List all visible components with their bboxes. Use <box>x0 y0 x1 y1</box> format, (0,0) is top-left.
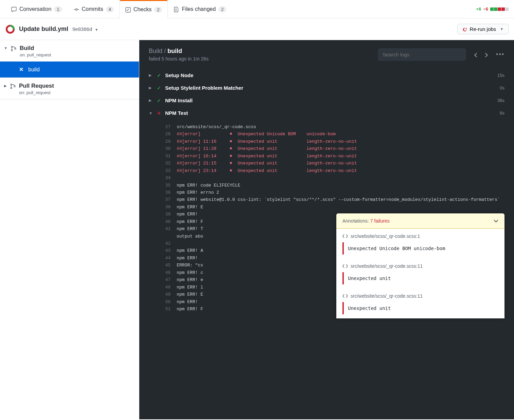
line-number: 48 <box>158 284 171 291</box>
log-line: 28##[error] ✖ Unexpected Unicode BOM uni… <box>139 130 514 138</box>
check-icon: ✓ <box>155 85 163 91</box>
step-row[interactable]: ▶✓Setup Node15s <box>139 69 514 82</box>
tab-count: 2 <box>218 6 226 12</box>
triangle-icon: ▶ <box>149 86 155 90</box>
tab-files-changed[interactable]: Files changed 2 <box>168 0 232 18</box>
triangle-right-icon: ▶ <box>4 84 7 88</box>
workflow-header-pull-request[interactable]: ▶ Pull Request on: pull_request <box>0 78 139 99</box>
diff-deletions: −6 <box>483 6 488 12</box>
annotations-label: Annotations: <box>342 218 369 224</box>
log-line: 31##[error] 16:14 ✖ Unexpected unit leng… <box>139 153 514 160</box>
workflow-name: Pull Request <box>19 83 54 89</box>
line-number: 50 <box>158 298 171 305</box>
breadcrumb-parent: Build <box>149 48 162 54</box>
prev-button[interactable] <box>474 52 478 57</box>
line-number: 37 <box>158 196 171 203</box>
step-duration: 6s <box>500 110 504 116</box>
log-line: 37npm ERR! website@1.0.0 css-lint: `styl… <box>139 196 514 203</box>
workflow-trigger: on: pull_request <box>19 90 54 95</box>
step-row[interactable]: ▼✕NPM Test6s <box>139 107 514 119</box>
line-number: 36 <box>158 189 171 196</box>
line-number: 29 <box>158 138 171 145</box>
checklist-icon <box>125 6 131 13</box>
pr-tabs: Conversation 1 Commits 4 Checks 2 Files … <box>0 0 514 18</box>
commit-icon <box>74 6 79 12</box>
line-number: 28 <box>158 130 171 138</box>
check-header: Update build.yml 9e8386d ▼ Re-run jobs ▼ <box>0 18 514 40</box>
line-number: 42 <box>158 240 171 247</box>
step-duration: 36s <box>497 98 504 103</box>
svg-point-8 <box>11 46 13 48</box>
line-number: 49 <box>158 291 171 298</box>
annotation-item[interactable]: src/website/scss/_qr-code.scss:11Unexpec… <box>336 259 504 288</box>
job-status-text: failed 5 hours ago in 1m 26s <box>149 56 209 62</box>
line-number: 44 <box>158 255 171 262</box>
line-number: 30 <box>158 145 171 152</box>
search-logs-input[interactable] <box>378 48 466 61</box>
workflow-sidebar: ▼ Build on: pull_request ✕ build ▶ Pull … <box>0 40 139 419</box>
breadcrumb-current: build <box>167 48 182 54</box>
log-line: 30##[error] 11:28 ✖ Unexpected unit leng… <box>139 145 514 152</box>
line-number: 32 <box>158 160 171 167</box>
sync-icon <box>462 26 467 32</box>
step-name: NPM Test <box>165 110 188 116</box>
tab-count: 2 <box>154 7 162 13</box>
tab-label: Files changed <box>182 6 216 12</box>
rerun-jobs-button[interactable]: Re-run jobs ▼ <box>457 24 509 34</box>
diff-additions: +6 <box>476 6 481 12</box>
breadcrumb: Build / build <box>149 48 209 55</box>
chevron-down-icon[interactable] <box>494 218 498 224</box>
line-number <box>158 233 171 240</box>
caret-down-icon: ▼ <box>500 27 503 31</box>
log-line: 27src/website/scss/_qr-code.scss <box>139 123 514 130</box>
status-ring-icon <box>5 24 15 34</box>
step-row[interactable]: ▶✓Setup Stylelint Problem Matcher0s <box>139 82 514 94</box>
comment-icon <box>11 6 17 12</box>
line-number: 34 <box>158 174 171 181</box>
tab-conversation[interactable]: Conversation 1 <box>5 0 68 18</box>
triangle-icon: ▶ <box>149 73 155 77</box>
x-icon: ✕ <box>155 110 163 116</box>
line-number: 31 <box>158 153 171 160</box>
kebab-menu-icon[interactable]: ••• <box>496 51 504 58</box>
workflow-icon <box>10 83 16 89</box>
line-number: 27 <box>158 123 171 130</box>
code-icon <box>342 293 348 299</box>
log-line: 34 <box>139 174 514 181</box>
annotation-item[interactable]: src/website/scss/_qr-code.scss:1Unexpect… <box>336 229 504 259</box>
job-log-panel: Build / build failed 5 hours ago in 1m 2… <box>139 40 514 419</box>
annotations-panel: Annotations: 7 failures src/website/scss… <box>336 213 504 318</box>
line-number: 33 <box>158 167 171 174</box>
step-duration: 0s <box>500 85 504 90</box>
tab-commits[interactable]: Commits 4 <box>68 0 120 18</box>
log-line: 38npm ERR! E <box>139 204 514 211</box>
line-number: 41 <box>158 225 171 232</box>
line-number: 35 <box>158 182 171 189</box>
annotations-fail-count: 7 failures <box>370 218 390 224</box>
tab-label: Checks <box>134 6 152 13</box>
annotation-message: Unexpected unit <box>342 272 498 284</box>
line-number: 43 <box>158 247 171 254</box>
tab-checks[interactable]: Checks 2 <box>120 0 168 18</box>
tab-count: 1 <box>54 6 62 12</box>
svg-point-12 <box>11 87 12 89</box>
commit-sha: 9e8386d <box>72 26 92 32</box>
log-line: 33##[error] 23:14 ✖ Unexpected unit leng… <box>139 167 514 174</box>
annotations-header[interactable]: Annotations: 7 failures <box>336 213 504 229</box>
annotation-file: src/website/scss/_qr-code.scss:11 <box>342 263 498 269</box>
annotation-item[interactable]: src/website/scss/_qr-code.scss:11Unexpec… <box>336 288 504 318</box>
check-icon: ✓ <box>155 98 163 103</box>
job-item-build[interactable]: ✕ build <box>0 62 139 77</box>
svg-point-11 <box>11 84 12 85</box>
svg-point-9 <box>11 50 13 51</box>
triangle-icon: ▼ <box>149 111 155 115</box>
tab-label: Conversation <box>19 6 51 12</box>
line-number: 47 <box>158 276 171 283</box>
workflow-header-build[interactable]: ▼ Build on: pull_request <box>0 40 139 62</box>
step-row[interactable]: ▶✓NPM Install36s <box>139 94 514 107</box>
log-line: 29##[error] 11:16 ✖ Unexpected unit leng… <box>139 138 514 145</box>
commit-sha-dropdown[interactable]: 9e8386d ▼ <box>72 26 98 32</box>
next-button[interactable] <box>484 52 488 57</box>
check-icon: ✓ <box>155 73 163 78</box>
triangle-icon: ▶ <box>149 98 155 103</box>
